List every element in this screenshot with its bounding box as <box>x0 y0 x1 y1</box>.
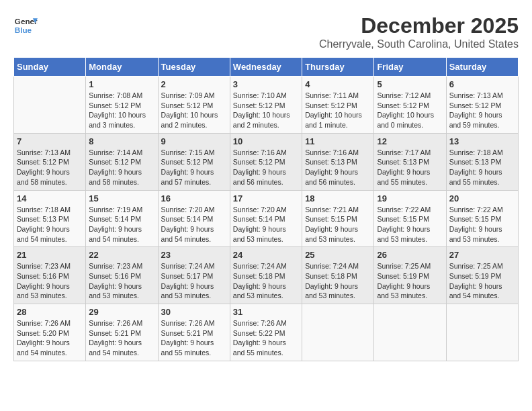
day-header-tuesday: Tuesday <box>158 58 230 77</box>
calendar-cell: 15Sunrise: 7:19 AM Sunset: 5:14 PM Dayli… <box>86 190 158 247</box>
day-detail: Sunrise: 7:18 AM Sunset: 5:13 PM Dayligh… <box>449 148 515 187</box>
calendar-cell <box>374 304 446 361</box>
calendar-cell: 17Sunrise: 7:20 AM Sunset: 5:14 PM Dayli… <box>230 190 302 247</box>
day-detail: Sunrise: 7:23 AM Sunset: 5:16 PM Dayligh… <box>89 261 154 301</box>
calendar-cell: 1Sunrise: 7:08 AM Sunset: 5:12 PM Daylig… <box>86 77 158 134</box>
week-row-5: 28Sunrise: 7:26 AM Sunset: 5:20 PM Dayli… <box>14 304 519 361</box>
calendar-cell: 24Sunrise: 7:24 AM Sunset: 5:18 PM Dayli… <box>230 247 302 304</box>
title-block: December 2025 Cherryvale, South Carolina… <box>319 13 519 50</box>
calendar-cell: 31Sunrise: 7:26 AM Sunset: 5:22 PM Dayli… <box>230 304 302 361</box>
svg-text:General: General <box>15 17 38 26</box>
day-detail: Sunrise: 7:25 AM Sunset: 5:19 PM Dayligh… <box>377 261 443 301</box>
calendar-cell: 29Sunrise: 7:26 AM Sunset: 5:21 PM Dayli… <box>86 304 158 361</box>
day-number: 8 <box>89 136 154 146</box>
day-detail: Sunrise: 7:13 AM Sunset: 5:12 PM Dayligh… <box>449 91 515 130</box>
week-row-2: 7Sunrise: 7:13 AM Sunset: 5:12 PM Daylig… <box>14 133 519 190</box>
calendar-cell: 16Sunrise: 7:20 AM Sunset: 5:14 PM Dayli… <box>158 190 230 247</box>
calendar-cell: 7Sunrise: 7:13 AM Sunset: 5:12 PM Daylig… <box>14 133 86 190</box>
day-number: 24 <box>233 250 299 260</box>
calendar-cell: 25Sunrise: 7:24 AM Sunset: 5:18 PM Dayli… <box>302 247 374 304</box>
day-header-friday: Friday <box>374 58 446 77</box>
calendar-cell: 13Sunrise: 7:18 AM Sunset: 5:13 PM Dayli… <box>446 133 518 190</box>
day-header-saturday: Saturday <box>446 58 518 77</box>
day-detail: Sunrise: 7:24 AM Sunset: 5:18 PM Dayligh… <box>305 261 371 301</box>
day-number: 25 <box>305 250 371 260</box>
day-number: 27 <box>449 250 515 260</box>
calendar-cell: 26Sunrise: 7:25 AM Sunset: 5:19 PM Dayli… <box>374 247 446 304</box>
day-number: 15 <box>89 193 154 203</box>
day-detail: Sunrise: 7:26 AM Sunset: 5:22 PM Dayligh… <box>233 318 299 358</box>
day-detail: Sunrise: 7:11 AM Sunset: 5:12 PM Dayligh… <box>305 91 371 130</box>
day-detail: Sunrise: 7:22 AM Sunset: 5:15 PM Dayligh… <box>449 205 515 244</box>
logo: General Blue <box>13 13 38 38</box>
day-detail: Sunrise: 7:26 AM Sunset: 5:21 PM Dayligh… <box>89 318 154 358</box>
calendar-cell: 4Sunrise: 7:11 AM Sunset: 5:12 PM Daylig… <box>302 77 374 134</box>
location-subtitle: Cherryvale, South Carolina, United State… <box>319 38 519 50</box>
calendar-cell: 23Sunrise: 7:24 AM Sunset: 5:17 PM Dayli… <box>158 247 230 304</box>
day-number: 17 <box>233 193 299 203</box>
day-number: 28 <box>17 307 83 317</box>
day-detail: Sunrise: 7:21 AM Sunset: 5:15 PM Dayligh… <box>305 205 371 244</box>
week-row-4: 21Sunrise: 7:23 AM Sunset: 5:16 PM Dayli… <box>14 247 519 304</box>
calendar-cell: 10Sunrise: 7:16 AM Sunset: 5:12 PM Dayli… <box>230 133 302 190</box>
day-number: 26 <box>377 250 443 260</box>
day-number: 31 <box>233 307 299 317</box>
day-detail: Sunrise: 7:24 AM Sunset: 5:17 PM Dayligh… <box>161 261 227 301</box>
day-detail: Sunrise: 7:10 AM Sunset: 5:12 PM Dayligh… <box>233 91 299 130</box>
calendar-cell <box>446 304 518 361</box>
svg-text:Blue: Blue <box>15 26 32 34</box>
day-detail: Sunrise: 7:20 AM Sunset: 5:14 PM Dayligh… <box>161 205 227 244</box>
day-number: 1 <box>89 79 154 89</box>
day-number: 5 <box>377 79 443 89</box>
calendar-cell: 19Sunrise: 7:22 AM Sunset: 5:15 PM Dayli… <box>374 190 446 247</box>
calendar-cell: 18Sunrise: 7:21 AM Sunset: 5:15 PM Dayli… <box>302 190 374 247</box>
day-number: 6 <box>449 79 515 89</box>
calendar-cell: 30Sunrise: 7:26 AM Sunset: 5:21 PM Dayli… <box>158 304 230 361</box>
day-number: 20 <box>449 193 515 203</box>
calendar-cell <box>14 77 86 134</box>
calendar-cell: 3Sunrise: 7:10 AM Sunset: 5:12 PM Daylig… <box>230 77 302 134</box>
week-row-3: 14Sunrise: 7:18 AM Sunset: 5:13 PM Dayli… <box>14 190 519 247</box>
calendar-cell: 11Sunrise: 7:16 AM Sunset: 5:13 PM Dayli… <box>302 133 374 190</box>
header-row: SundayMondayTuesdayWednesdayThursdayFrid… <box>14 58 519 77</box>
week-row-1: 1Sunrise: 7:08 AM Sunset: 5:12 PM Daylig… <box>14 77 519 134</box>
day-detail: Sunrise: 7:16 AM Sunset: 5:13 PM Dayligh… <box>305 148 371 187</box>
day-number: 12 <box>377 136 443 146</box>
calendar-cell: 21Sunrise: 7:23 AM Sunset: 5:16 PM Dayli… <box>14 247 86 304</box>
day-number: 18 <box>305 193 371 203</box>
day-detail: Sunrise: 7:14 AM Sunset: 5:12 PM Dayligh… <box>89 148 154 187</box>
calendar-cell: 5Sunrise: 7:12 AM Sunset: 5:12 PM Daylig… <box>374 77 446 134</box>
day-number: 10 <box>233 136 299 146</box>
day-number: 19 <box>377 193 443 203</box>
day-detail: Sunrise: 7:24 AM Sunset: 5:18 PM Dayligh… <box>233 261 299 301</box>
day-header-wednesday: Wednesday <box>230 58 302 77</box>
day-detail: Sunrise: 7:09 AM Sunset: 5:12 PM Dayligh… <box>161 91 227 130</box>
calendar-cell: 9Sunrise: 7:15 AM Sunset: 5:12 PM Daylig… <box>158 133 230 190</box>
day-detail: Sunrise: 7:23 AM Sunset: 5:16 PM Dayligh… <box>17 261 83 301</box>
day-number: 2 <box>161 79 227 89</box>
calendar-cell: 8Sunrise: 7:14 AM Sunset: 5:12 PM Daylig… <box>86 133 158 190</box>
calendar-cell: 2Sunrise: 7:09 AM Sunset: 5:12 PM Daylig… <box>158 77 230 134</box>
calendar-cell: 27Sunrise: 7:25 AM Sunset: 5:19 PM Dayli… <box>446 247 518 304</box>
day-detail: Sunrise: 7:19 AM Sunset: 5:14 PM Dayligh… <box>89 205 154 244</box>
calendar-cell: 14Sunrise: 7:18 AM Sunset: 5:13 PM Dayli… <box>14 190 86 247</box>
day-number: 23 <box>161 250 227 260</box>
day-number: 22 <box>89 250 154 260</box>
day-number: 3 <box>233 79 299 89</box>
page-header: General Blue December 2025 Cherryvale, S… <box>13 13 519 50</box>
day-number: 9 <box>161 136 227 146</box>
day-detail: Sunrise: 7:18 AM Sunset: 5:13 PM Dayligh… <box>17 205 83 244</box>
day-number: 13 <box>449 136 515 146</box>
day-detail: Sunrise: 7:20 AM Sunset: 5:14 PM Dayligh… <box>233 205 299 244</box>
day-detail: Sunrise: 7:13 AM Sunset: 5:12 PM Dayligh… <box>17 148 83 187</box>
day-header-thursday: Thursday <box>302 58 374 77</box>
logo-icon: General Blue <box>13 13 38 38</box>
day-number: 11 <box>305 136 371 146</box>
day-number: 29 <box>89 307 154 317</box>
day-detail: Sunrise: 7:26 AM Sunset: 5:21 PM Dayligh… <box>161 318 227 358</box>
day-detail: Sunrise: 7:16 AM Sunset: 5:12 PM Dayligh… <box>233 148 299 187</box>
day-header-monday: Monday <box>86 58 158 77</box>
day-detail: Sunrise: 7:22 AM Sunset: 5:15 PM Dayligh… <box>377 205 443 244</box>
day-detail: Sunrise: 7:12 AM Sunset: 5:12 PM Dayligh… <box>377 91 443 130</box>
day-number: 30 <box>161 307 227 317</box>
